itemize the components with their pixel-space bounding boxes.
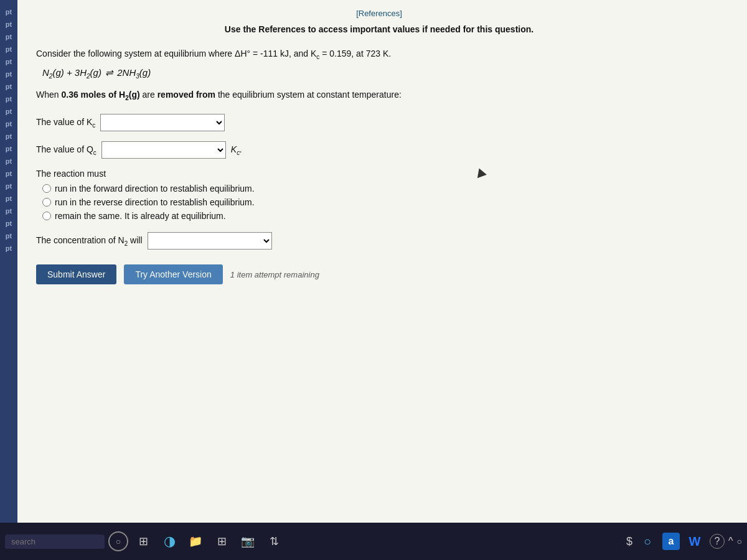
taskbar-help-icon[interactable]: ? — [710, 534, 725, 549]
taskbar-icon-camera[interactable]: 📷 — [237, 530, 259, 553]
question-intro: Consider the following system at equilib… — [36, 47, 722, 62]
sidebar-label-2: pt — [4, 19, 13, 30]
taskbar-icon-grid[interactable]: ⊞ — [210, 530, 233, 553]
sidebar-label-10: pt — [4, 118, 13, 129]
taskbar-right: $ ○ a W ? ^ ○ — [626, 530, 742, 553]
chemical-equation: N2(g) + 3H2(g) ⇌ 2NH3(g) — [42, 67, 722, 80]
taskbar-icon-arrows[interactable]: ⇅ — [263, 530, 285, 553]
kc-row: The value of Kc increases decreases rema… — [36, 114, 722, 131]
sidebar-label-11: pt — [4, 131, 13, 142]
sidebar-label-15: pt — [4, 180, 13, 192]
kc-comparison-label: Kc. — [231, 144, 242, 156]
kc-label: The value of Kc — [36, 117, 95, 129]
instruction-text: Use the References to access important v… — [36, 24, 722, 36]
reaction-title: The reaction must — [36, 169, 722, 179]
radio-reverse-label: run in the reverse direction to restabli… — [55, 197, 255, 207]
radio-group: run in the forward direction to restabli… — [42, 184, 722, 221]
qc-select[interactable]: less than greater than equal to — [101, 141, 226, 159]
radio-reverse[interactable]: run in the reverse direction to restabli… — [42, 197, 722, 207]
sidebar-label-19: pt — [4, 230, 13, 241]
try-another-button[interactable]: Try Another Version — [124, 264, 222, 284]
radio-same[interactable]: remain the same. It is already at equili… — [42, 211, 722, 221]
taskbar-letter-a[interactable]: a — [662, 533, 680, 550]
radio-same-input[interactable] — [42, 212, 51, 220]
radio-forward[interactable]: run in the forward direction to restabli… — [42, 184, 722, 194]
qc-label: The value of Qc — [36, 144, 96, 156]
sidebar-label-17: pt — [4, 205, 13, 217]
taskbar-caret-icon[interactable]: ^ — [728, 536, 733, 547]
sidebar-label-8: pt — [4, 93, 13, 105]
reaction-section: The reaction must run in the forward dir… — [36, 169, 722, 221]
sidebar-label-18: pt — [4, 218, 13, 229]
concentration-label: The concentration of N2 will — [36, 235, 143, 247]
radio-same-label: remain the same. It is already at equili… — [55, 211, 226, 221]
taskbar-icon-folder[interactable]: 📁 — [184, 530, 207, 553]
taskbar-icon-browser[interactable]: ◑ — [158, 530, 181, 553]
kc-select[interactable]: increases decreases remains the same — [100, 114, 225, 131]
taskbar: ○ ⊞ ◑ 📁 ⊞ 📷 ⇅ $ ○ a W ? ^ ○ — [0, 523, 747, 560]
submit-button[interactable]: Submit Answer — [36, 264, 116, 284]
when-text: When 0.36 moles of H2(g) are removed fro… — [36, 88, 722, 103]
radio-reverse-input[interactable] — [42, 198, 51, 207]
qc-row: The value of Qc less than greater than e… — [36, 141, 722, 159]
windows-start-button[interactable]: ○ — [108, 531, 128, 551]
attempt-text: 1 item attempt remaining — [230, 270, 319, 279]
sidebar-label-1: pt — [4, 6, 13, 17]
sidebar-label-6: pt — [4, 68, 13, 80]
sidebar-label-5: pt — [4, 56, 13, 67]
sidebar-label-16: pt — [4, 193, 13, 204]
taskbar-search-input[interactable] — [5, 534, 105, 549]
taskbar-icon-desktop[interactable]: ⊞ — [132, 530, 154, 553]
references-bar: [References] — [36, 7, 722, 19]
radio-forward-label: run in the forward direction to restabli… — [55, 184, 255, 194]
sidebar-label-13: pt — [4, 156, 13, 167]
n2-select[interactable]: increase decrease remain the same — [148, 232, 272, 250]
taskbar-notification-icon[interactable]: ○ — [737, 536, 742, 546]
radio-forward-input[interactable] — [42, 184, 51, 193]
sidebar-label-14: pt — [4, 168, 13, 179]
references-link[interactable]: [References] — [356, 9, 402, 18]
sidebar-label-9: pt — [4, 106, 13, 117]
concentration-row: The concentration of N2 will increase de… — [36, 232, 722, 250]
taskbar-globe-icon[interactable]: ○ — [636, 530, 659, 553]
taskbar-icon-w[interactable]: W — [684, 530, 706, 553]
sidebar-label-4: pt — [4, 44, 13, 55]
sidebar-label-12: pt — [4, 143, 13, 154]
sidebar-label-7: pt — [4, 81, 13, 92]
sidebar: pt pt pt pt pt pt pt pt pt pt pt pt pt p… — [0, 0, 17, 523]
taskbar-dollar-icon[interactable]: $ — [626, 535, 632, 548]
sidebar-label-3: pt — [4, 31, 13, 42]
button-row: Submit Answer Try Another Version 1 item… — [36, 264, 722, 284]
main-content: [References] Use the References to acces… — [17, 0, 747, 523]
sidebar-label-20: pt — [4, 243, 13, 254]
